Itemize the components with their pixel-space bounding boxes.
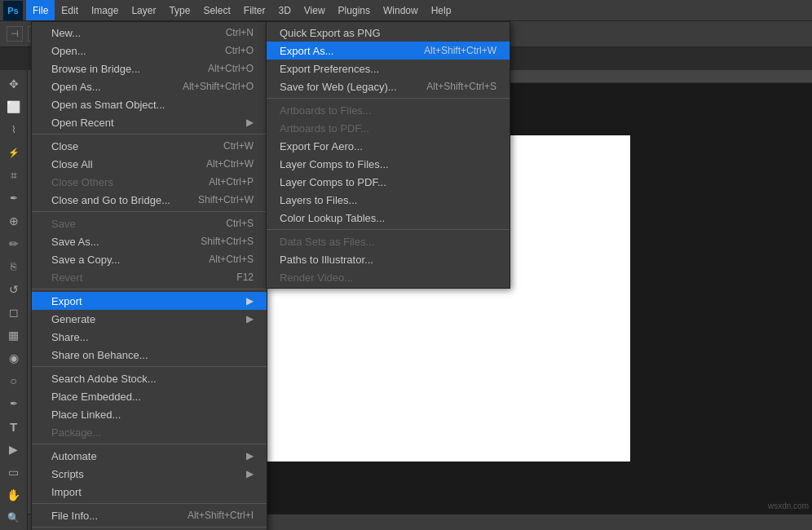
tool-eraser[interactable]: ◻ xyxy=(2,302,25,323)
menu-3d[interactable]: 3D xyxy=(271,0,297,20)
tool-quick-select[interactable]: ⚡ xyxy=(2,142,25,163)
tool-clone[interactable]: ⎘ xyxy=(2,256,25,277)
tool-hand[interactable]: ✋ xyxy=(2,484,25,506)
menu-item-new[interactable]: New... Ctrl+N xyxy=(32,24,267,42)
menu-item-export[interactable]: Export ▶ xyxy=(32,292,267,310)
menu-plugins[interactable]: Plugins xyxy=(332,0,377,20)
menu-item-revert: Revert F12 xyxy=(32,268,267,286)
tools-panel: ✥ ⬜ ⌇ ⚡ ⌗ ✒ ⊕ ✏ ⎘ ↺ ◻ ▦ ◉ ○ ✒ T ▶ ▭ ✋ 🔍 xyxy=(0,70,28,530)
export-layers-files[interactable]: Layers to Files... xyxy=(267,191,510,209)
menu-edit[interactable]: Edit xyxy=(55,0,85,20)
menu-item-place-linked[interactable]: Place Linked... xyxy=(32,405,267,423)
menu-layer[interactable]: Layer xyxy=(125,0,162,20)
separator-1 xyxy=(32,134,267,135)
export-layer-comps-files[interactable]: Layer Comps to Files... xyxy=(267,155,510,173)
tool-zoom[interactable]: 🔍 xyxy=(2,507,25,528)
menu-item-share[interactable]: Share... xyxy=(32,328,267,346)
menu-item-close-others: Close Others Alt+Ctrl+P xyxy=(32,173,267,191)
menu-item-save: Save Ctrl+S xyxy=(32,214,267,232)
export-as[interactable]: Export As... Alt+Shift+Ctrl+W xyxy=(267,42,510,60)
tool-gradient[interactable]: ▦ xyxy=(2,325,25,346)
file-menu-dropdown: New... Ctrl+N Open... Ctrl+O Browse in B… xyxy=(31,21,267,530)
menu-item-file-info[interactable]: File Info... Alt+Shift+Ctrl+I xyxy=(32,506,267,524)
menu-image[interactable]: Image xyxy=(85,0,125,20)
export-render-video: Render Video... xyxy=(267,268,510,286)
menu-item-close-all[interactable]: Close All Alt+Ctrl+W xyxy=(32,155,267,173)
menu-item-scripts[interactable]: Scripts ▶ xyxy=(32,465,267,483)
export-layer-comps-pdf[interactable]: Layer Comps to PDF... xyxy=(267,173,510,191)
menu-filter[interactable]: Filter xyxy=(237,0,272,20)
menu-item-place-embedded[interactable]: Place Embedded... xyxy=(32,387,267,405)
separator-4 xyxy=(32,366,267,367)
export-paths-illustrator[interactable]: Paths to Illustrator... xyxy=(267,250,510,268)
export-submenu: Quick Export as PNG Export As... Alt+Shi… xyxy=(266,21,510,289)
menu-item-save-as[interactable]: Save As... Shift+Ctrl+S xyxy=(32,232,267,250)
menu-item-close[interactable]: Close Ctrl+W xyxy=(32,137,267,155)
menu-item-share-behance[interactable]: Share on Behance... xyxy=(32,346,267,364)
menu-item-open-as[interactable]: Open As... Alt+Shift+Ctrl+O xyxy=(32,77,267,95)
menu-file[interactable]: File xyxy=(26,0,55,20)
export-quick-png[interactable]: Quick Export as PNG xyxy=(267,24,510,42)
tool-text[interactable]: T xyxy=(2,416,25,437)
menu-item-close-bridge[interactable]: Close and Go to Bridge... Shift+Ctrl+W xyxy=(32,191,267,209)
export-save-web[interactable]: Save for Web (Legacy)... Alt+Shift+Ctrl+… xyxy=(267,77,510,95)
tool-path-select[interactable]: ▶ xyxy=(2,439,25,460)
separator-2 xyxy=(32,211,267,212)
tool-healing[interactable]: ⊕ xyxy=(2,210,25,232)
menu-view[interactable]: View xyxy=(298,0,332,20)
export-prefs[interactable]: Export Preferences... xyxy=(267,60,510,77)
menu-item-automate[interactable]: Automate ▶ xyxy=(32,447,267,465)
tool-move[interactable]: ✥ xyxy=(2,73,25,95)
menu-item-open-recent[interactable]: Open Recent ▶ xyxy=(32,113,267,131)
separator-5 xyxy=(32,444,267,444)
menu-bar: Ps File Edit Image Layer Type Select Fil… xyxy=(0,0,812,21)
export-sep-2 xyxy=(267,229,510,230)
menu-select[interactable]: Select xyxy=(196,0,236,20)
export-data-sets: Data Sets as Files... xyxy=(267,232,510,250)
tool-lasso[interactable]: ⌇ xyxy=(2,119,25,140)
menu-item-save-copy[interactable]: Save a Copy... Alt+Ctrl+S xyxy=(32,250,267,268)
separator-3 xyxy=(32,289,267,289)
tool-brush[interactable]: ✏ xyxy=(2,233,25,254)
menu-item-generate[interactable]: Generate ▶ xyxy=(32,310,267,328)
tool-crop[interactable]: ⌗ xyxy=(2,165,25,186)
export-artboards-pdf: Artboards to PDF... xyxy=(267,119,510,137)
tool-select-rect[interactable]: ⬜ xyxy=(2,96,25,117)
tool-history[interactable]: ↺ xyxy=(2,279,25,300)
menu-help[interactable]: Help xyxy=(425,0,458,20)
menu-item-open[interactable]: Open... Ctrl+O xyxy=(32,42,267,60)
toolbar-align-left[interactable]: ⊣ xyxy=(7,26,23,42)
export-artboards-files: Artboards to Files... xyxy=(267,101,510,119)
watermark: wsxdn.com xyxy=(768,501,809,510)
tool-blur[interactable]: ◉ xyxy=(2,347,25,369)
menu-item-package: Package... xyxy=(32,423,267,441)
tool-pen[interactable]: ✒ xyxy=(2,393,25,414)
menu-item-import[interactable]: Import xyxy=(32,483,267,501)
tool-shape[interactable]: ▭ xyxy=(2,462,25,483)
export-color-lookup[interactable]: Color Lookup Tables... xyxy=(267,209,510,227)
tool-dodge[interactable]: ○ xyxy=(2,370,25,391)
menu-type[interactable]: Type xyxy=(162,0,196,20)
menu-item-search-stock[interactable]: Search Adobe Stock... xyxy=(32,369,267,387)
export-sep-1 xyxy=(267,98,510,99)
export-for-aero[interactable]: Export For Aero... xyxy=(267,137,510,155)
tool-eyedropper[interactable]: ✒ xyxy=(2,188,25,209)
separator-6 xyxy=(32,503,267,504)
menu-item-bridge[interactable]: Browse in Bridge... Alt+Ctrl+O xyxy=(32,60,267,77)
separator-7 xyxy=(32,527,267,528)
menu-item-open-smart[interactable]: Open as Smart Object... xyxy=(32,95,267,113)
app-logo: Ps xyxy=(3,1,23,20)
menu-window[interactable]: Window xyxy=(377,0,425,20)
